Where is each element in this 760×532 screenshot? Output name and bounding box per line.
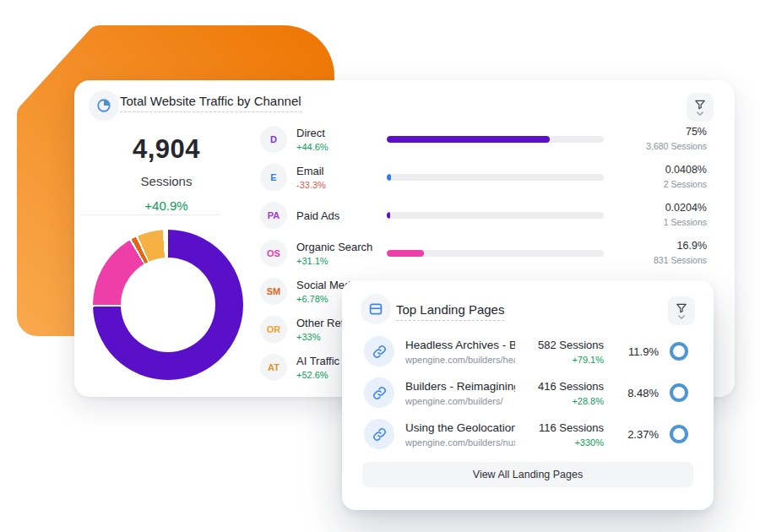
funnel-icon xyxy=(694,99,706,111)
channel-bar xyxy=(387,174,604,181)
channel-percent: 0.0408% xyxy=(664,164,707,176)
channel-percent: 0.0204% xyxy=(664,202,707,214)
channel-badge: OR xyxy=(260,316,287,343)
browser-window-icon xyxy=(361,294,391,324)
channel-badge: PA xyxy=(260,202,287,229)
funnel-icon xyxy=(676,302,687,314)
channel-delta: +44.6% xyxy=(296,142,328,152)
channel-percent: 16.9% xyxy=(654,240,707,252)
channel-badge: D xyxy=(260,126,287,153)
chevron-down-icon xyxy=(678,315,685,319)
channel-sessions: 831 Sessions xyxy=(654,255,707,265)
landing-page-row[interactable]: Using the Geolocation A... wpengine.com/… xyxy=(364,415,688,453)
channel-sessions: 2 Sessions xyxy=(664,179,707,189)
landing-page-delta: +79.1% xyxy=(526,355,604,365)
channel-label: Direct xyxy=(296,127,328,139)
landing-page-percent: 11.9% xyxy=(615,345,659,358)
landing-page-title: Headless Archives - Buil... xyxy=(405,339,515,351)
landing-page-url: wpengine.com/builders/nuxt-s... xyxy=(405,437,515,448)
landing-page-delta: +28.8% xyxy=(526,396,604,406)
channel-delta: +52.6% xyxy=(296,370,339,380)
landing-page-row[interactable]: Headless Archives - Buil... wpengine.com… xyxy=(364,333,688,370)
channel-row-email: E Email -33.3% 0.0408% 2 Sessions xyxy=(260,161,707,193)
traffic-donut-chart xyxy=(93,230,243,380)
channel-bar-fill xyxy=(387,212,390,219)
filter-button[interactable] xyxy=(668,296,695,325)
channel-bar xyxy=(387,212,604,219)
pie-chart-icon xyxy=(89,90,119,121)
landing-page-sessions: 416 Sessions xyxy=(526,380,604,393)
landing-page-title: Using the Geolocation A... xyxy=(405,421,515,434)
landing-page-percent: 2.37% xyxy=(615,428,659,441)
link-icon xyxy=(364,419,394,449)
landing-page-sessions: 582 Sessions xyxy=(526,339,604,351)
channel-bar xyxy=(387,136,604,143)
channel-row-organic-search: OS Organic Search +31.1% 16.9% 831 Sessi… xyxy=(260,237,707,269)
link-icon xyxy=(364,377,394,408)
progress-ring-icon xyxy=(670,383,688,402)
progress-ring-icon xyxy=(670,425,688,443)
landing-page-percent: 8.48% xyxy=(615,387,659,399)
channel-bar-fill xyxy=(387,250,424,257)
sessions-total-label: Sessions xyxy=(91,174,242,188)
divider xyxy=(81,214,220,215)
sessions-total-value: 4,904 xyxy=(91,134,242,165)
channel-badge: SM xyxy=(260,278,287,305)
channel-badge: E xyxy=(260,164,287,191)
channel-bar-fill xyxy=(387,174,391,181)
landing-page-sessions: 116 Sessions xyxy=(526,421,604,434)
view-all-landing-pages-button[interactable]: View All Landing Pages xyxy=(362,462,693,487)
sessions-total-delta: +40.9% xyxy=(91,198,242,213)
channel-delta: -33.3% xyxy=(296,180,326,190)
channel-badge: OS xyxy=(260,240,287,267)
channel-delta: +31.1% xyxy=(296,256,372,266)
filter-button[interactable] xyxy=(687,93,714,122)
channel-label: Organic Search xyxy=(296,241,372,253)
channel-sessions: 3,680 Sessions xyxy=(646,141,707,151)
link-icon xyxy=(364,336,394,366)
channel-badge: AT xyxy=(260,354,287,381)
channel-label: AI Traffic xyxy=(296,355,339,367)
channel-bar-fill xyxy=(387,136,550,143)
progress-ring-icon xyxy=(670,342,688,361)
chevron-down-icon xyxy=(697,111,703,116)
top-landing-pages-card: Top Landing Pages Headless Archives - Bu… xyxy=(342,280,714,510)
channel-percent: 75% xyxy=(646,126,707,138)
card-title: Total Website Traffic by Channel xyxy=(120,94,301,112)
landing-page-url: wpengine.com/builders/headless xyxy=(405,355,515,365)
channel-bar xyxy=(387,250,604,257)
card-title: Top Landing Pages xyxy=(396,302,504,321)
landing-page-url: wpengine.com/builders/ xyxy=(405,396,515,406)
landing-page-row[interactable]: Builders - Reimagining th... wpengine.co… xyxy=(364,374,688,411)
landing-page-delta: +330% xyxy=(526,437,604,448)
channel-row-direct: D Direct +44.6% 75% 3,680 Sessions xyxy=(260,123,707,155)
channel-label: Paid Ads xyxy=(296,209,339,222)
landing-page-title: Builders - Reimagining th... xyxy=(405,380,515,393)
channel-label: Email xyxy=(296,165,326,177)
total-sessions-stat: 4,904 Sessions +40.9% xyxy=(91,134,242,213)
channel-sessions: 1 Sessions xyxy=(664,217,707,227)
channel-row-paid-ads: PA Paid Ads 0.0204% 1 Sessions xyxy=(260,199,707,231)
